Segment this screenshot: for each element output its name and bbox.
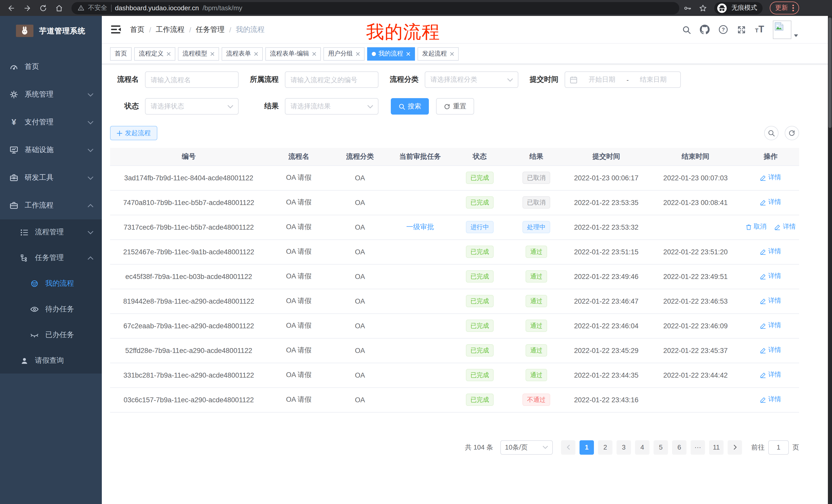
end-date-input[interactable]: 结束日期 [631,75,676,84]
close-icon[interactable] [406,52,410,56]
process-def-input[interactable] [285,72,379,88]
reset-button[interactable]: 重置 [436,98,474,115]
page-button-11[interactable]: 11 [709,440,724,454]
forward-icon[interactable] [23,4,31,12]
cancel-link[interactable]: 取消 [745,223,766,231]
prev-page-button[interactable] [561,440,575,454]
sidebar-item-infrastructure[interactable]: 基础设施 [0,136,102,164]
sidebar-item-task-management[interactable]: 任务管理 [0,245,102,271]
status-select[interactable]: 请选择状态 [145,98,239,115]
page-size-select[interactable]: 10条/页 [500,440,553,454]
search-icon[interactable] [682,25,691,34]
chevron-down-icon [227,105,233,108]
close-icon[interactable] [254,52,258,56]
reload-icon[interactable] [39,4,47,12]
tab-process-form[interactable]: 流程表单 [222,47,263,60]
category-select[interactable]: 请选择流程分类 [425,72,518,88]
sidebar-toggle-icon[interactable] [111,25,121,34]
close-icon[interactable] [450,52,454,56]
detail-link[interactable]: 详情 [760,371,781,380]
search-toggle-button[interactable] [764,126,779,140]
refresh-button[interactable] [785,126,799,140]
breadcrumb-task-management[interactable]: 任务管理 [196,25,225,34]
tab-my-process[interactable]: 我的流程 [367,47,415,60]
detail-link[interactable]: 详情 [775,223,796,231]
result-badge: 不通过 [522,394,550,406]
scrollbar-thumb[interactable] [828,18,831,128]
breadcrumb-workflow[interactable]: 工作流程 [156,25,185,34]
sidebar-item-done-tasks[interactable]: 已办任务 [0,322,102,348]
page-button-6[interactable]: 6 [672,440,686,454]
current-task-link[interactable]: 一级审批 [406,223,434,231]
next-page-button[interactable] [728,440,742,454]
sidebar-item-leave-query[interactable]: 请假查询 [0,348,102,373]
detail-link[interactable]: 详情 [760,321,781,330]
chevron-up-icon [87,204,94,207]
sidebar-item-system[interactable]: 系统管理 [0,81,102,108]
github-icon[interactable] [700,25,710,34]
detail-link[interactable]: 详情 [760,173,781,182]
result-select[interactable]: 请选择流结果 [285,98,379,115]
more-pages-button[interactable]: ··· [691,440,705,454]
process-id: 7317cec6-7b9b-11ec-b5b7-acde48001122 [110,215,267,240]
detail-link[interactable]: 详情 [760,395,781,404]
font-size-icon[interactable]: TT [755,24,764,35]
update-button[interactable]: 更新 [770,2,799,15]
close-icon[interactable] [356,52,360,56]
logo[interactable]: 芋道管理系统 [0,16,102,46]
help-icon[interactable]: ? [719,25,728,34]
key-icon[interactable] [684,4,692,12]
detail-link[interactable]: 详情 [760,272,781,281]
page-button-4[interactable]: 4 [635,440,649,454]
goto-page-input[interactable] [768,440,789,454]
table-row: 819442e8-7b9a-11ec-a290-acde48001122 OA … [110,289,799,313]
status-badge: 进行中 [466,221,494,233]
detail-link[interactable]: 详情 [760,297,781,305]
scrollbar[interactable] [828,16,832,504]
tab-user-group[interactable]: 用户分组 [323,47,365,60]
goto-label: 前往 [751,443,765,452]
table-row: 7470a810-7b9b-11ec-b5b7-acde48001122 OA … [110,190,799,215]
sidebar-item-my-process[interactable]: 我的流程 [0,271,102,297]
user-menu[interactable] [773,20,798,39]
sidebar-item-devtools[interactable]: 研发工具 [0,164,102,192]
fullscreen-icon[interactable] [737,25,746,34]
sidebar-item-workflow[interactable]: 工作流程 [0,192,102,219]
date-range-picker[interactable]: 开始日期 - 结束日期 [565,72,681,88]
avatar[interactable] [773,20,791,39]
home-icon[interactable] [55,4,63,12]
tab-process-model[interactable]: 流程模型 [178,47,219,60]
tab-start-process[interactable]: 发起流程 [418,47,459,60]
sidebar-item-todo-tasks[interactable]: 待办任务 [0,297,102,322]
start-process-button[interactable]: 发起流程 [110,126,157,140]
detail-link[interactable]: 详情 [760,346,781,355]
filter-form: 流程名 所属流程 流程分类 请选择流程分类 [110,72,799,115]
col-current-task: 当前审批任务 [390,148,450,165]
sidebar-item-payment[interactable]: ¥ 支付管理 [0,108,102,136]
tab-home[interactable]: 首页 [110,47,132,60]
back-icon[interactable] [7,4,16,12]
tab-process-definition[interactable]: 流程定义 [134,47,175,60]
page-button-2[interactable]: 2 [598,440,613,454]
page-button-3[interactable]: 3 [617,440,631,454]
tab-process-form-edit[interactable]: 流程表单-编辑 [265,47,321,60]
process-name-input[interactable] [145,72,239,88]
eye-icon [30,305,39,314]
start-date-input[interactable]: 开始日期 [579,75,625,84]
browser-menu-icon[interactable] [793,5,794,11]
address-bar[interactable]: 不安全 dashboard.yudao.iocoder.cn/bpm/task/… [72,2,679,14]
sidebar-item-process-management[interactable]: 流程管理 [0,219,102,245]
sidebar-item-home[interactable]: 首页 [0,53,102,81]
page-button-1[interactable]: 1 [579,440,594,454]
breadcrumb-home[interactable]: 首页 [130,25,145,34]
page-button-5[interactable]: 5 [654,440,668,454]
close-icon[interactable] [166,52,171,56]
bookmark-star-icon[interactable] [699,4,707,12]
close-icon[interactable] [210,52,214,56]
detail-link[interactable]: 详情 [760,198,781,207]
result-badge: 处理中 [522,221,550,233]
detail-link[interactable]: 详情 [760,247,781,256]
close-icon[interactable] [312,52,316,56]
search-button[interactable]: 搜索 [391,98,429,115]
logo-image [16,25,33,37]
